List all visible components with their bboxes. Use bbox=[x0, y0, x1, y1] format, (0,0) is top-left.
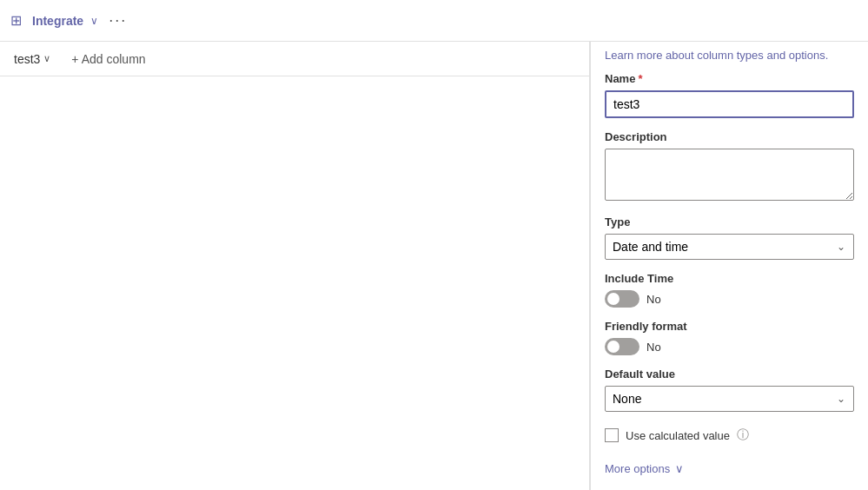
list-body bbox=[0, 76, 589, 490]
type-field-group: Type Date and time Text Number Yes/No Pe… bbox=[605, 215, 854, 260]
add-column-label: + Add column bbox=[71, 52, 145, 66]
friendly-format-label: Friendly format bbox=[605, 320, 854, 333]
default-value-field-group: Default value None Today Custom ⌄ bbox=[605, 368, 854, 412]
topbar: ⊞ Integrate ∨ ··· bbox=[0, 0, 868, 42]
name-label: Name * bbox=[605, 72, 854, 85]
use-calculated-row: Use calculated value ⓘ bbox=[605, 427, 854, 443]
friendly-format-toggle-row: No bbox=[605, 338, 854, 355]
use-calculated-checkbox[interactable] bbox=[605, 428, 619, 442]
main-area: test3 ∨ + Add column Learn more about co… bbox=[0, 42, 868, 490]
include-time-toggle-row: No bbox=[605, 290, 854, 308]
use-calculated-label: Use calculated value bbox=[626, 429, 730, 442]
friendly-format-knob bbox=[607, 341, 620, 353]
required-star: * bbox=[638, 72, 642, 85]
friendly-format-toggle[interactable] bbox=[605, 338, 639, 355]
default-value-label: Default value bbox=[605, 368, 854, 381]
column-test3-label: test3 bbox=[14, 52, 40, 66]
more-options-label: More options bbox=[605, 462, 670, 475]
include-time-field-group: Include Time No bbox=[605, 272, 854, 308]
type-select[interactable]: Date and time Text Number Yes/No Person … bbox=[605, 234, 854, 260]
description-label: Description bbox=[605, 130, 854, 143]
type-select-wrapper: Date and time Text Number Yes/No Person … bbox=[605, 234, 854, 260]
include-time-no-label: No bbox=[646, 293, 661, 306]
more-options-chevron: ∨ bbox=[675, 462, 684, 475]
default-value-select[interactable]: None Today Custom bbox=[605, 386, 854, 412]
friendly-format-field-group: Friendly format No bbox=[605, 320, 854, 355]
more-actions-dots[interactable]: ··· bbox=[109, 11, 127, 30]
description-field-group: Description bbox=[605, 130, 854, 203]
integrate-title[interactable]: Integrate bbox=[32, 14, 83, 28]
name-input[interactable] bbox=[605, 90, 854, 118]
more-options-button[interactable]: More options ∨ bbox=[605, 455, 854, 475]
description-input[interactable] bbox=[605, 149, 854, 201]
learn-more-link[interactable]: Learn more about column types and option… bbox=[605, 42, 854, 72]
default-value-select-wrapper: None Today Custom ⌄ bbox=[605, 386, 854, 412]
include-time-toggle[interactable] bbox=[605, 290, 639, 308]
column-header-row: test3 ∨ + Add column bbox=[0, 42, 589, 76]
column-test3[interactable]: test3 ∨ bbox=[14, 52, 50, 66]
grid-icon: ⊞ bbox=[10, 12, 22, 29]
friendly-format-no-label: No bbox=[646, 341, 661, 354]
left-content: test3 ∨ + Add column bbox=[0, 42, 590, 490]
include-time-label: Include Time bbox=[605, 272, 854, 285]
add-column-button[interactable]: + Add column bbox=[71, 52, 145, 66]
include-time-knob bbox=[607, 293, 620, 305]
type-label: Type bbox=[605, 215, 854, 228]
info-icon[interactable]: ⓘ bbox=[737, 427, 749, 443]
column-chevron: ∨ bbox=[43, 53, 50, 64]
use-calculated-field-group: Use calculated value ⓘ bbox=[605, 424, 854, 443]
integrate-chevron[interactable]: ∨ bbox=[90, 15, 98, 27]
right-panel: Learn more about column types and option… bbox=[590, 42, 868, 490]
name-field-group: Name * bbox=[605, 72, 854, 118]
